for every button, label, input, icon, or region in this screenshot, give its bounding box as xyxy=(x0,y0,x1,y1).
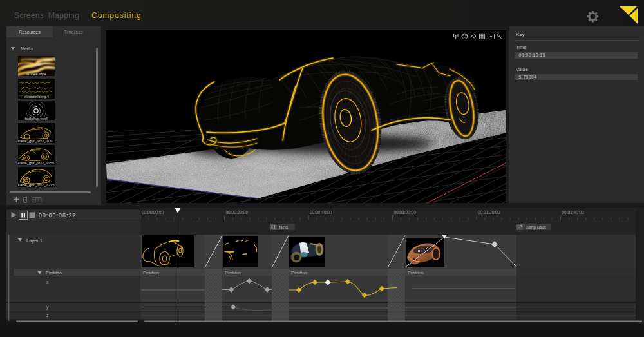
svg-text:Next: Next xyxy=(279,225,289,229)
svg-text:x: x xyxy=(46,280,49,284)
svg-text:Layer 1: Layer 1 xyxy=(26,238,43,244)
svg-text:Position: Position xyxy=(408,271,424,275)
svg-text:Jump Back: Jump Back xyxy=(526,225,547,230)
svg-text:00:01:20:00: 00:01:20:00 xyxy=(478,210,500,215)
svg-text:Position: Position xyxy=(143,271,159,275)
svg-text:00:00:40:00: 00:00:40:00 xyxy=(310,210,332,215)
svg-text:00:00:08:22: 00:00:08:22 xyxy=(39,212,77,218)
svg-text:00:01:40:00: 00:01:40:00 xyxy=(562,210,585,215)
svg-text:00:00:00:00: 00:00:00:00 xyxy=(142,210,164,215)
svg-text:Position: Position xyxy=(46,271,62,275)
svg-text:z: z xyxy=(46,313,49,318)
svg-text:Position: Position xyxy=(225,271,241,275)
svg-text:00:00:20:00: 00:00:20:00 xyxy=(226,210,249,215)
svg-text:Position: Position xyxy=(291,271,307,275)
svg-text:00:01:00:00: 00:01:00:00 xyxy=(394,210,417,215)
svg-text:y: y xyxy=(46,305,49,310)
